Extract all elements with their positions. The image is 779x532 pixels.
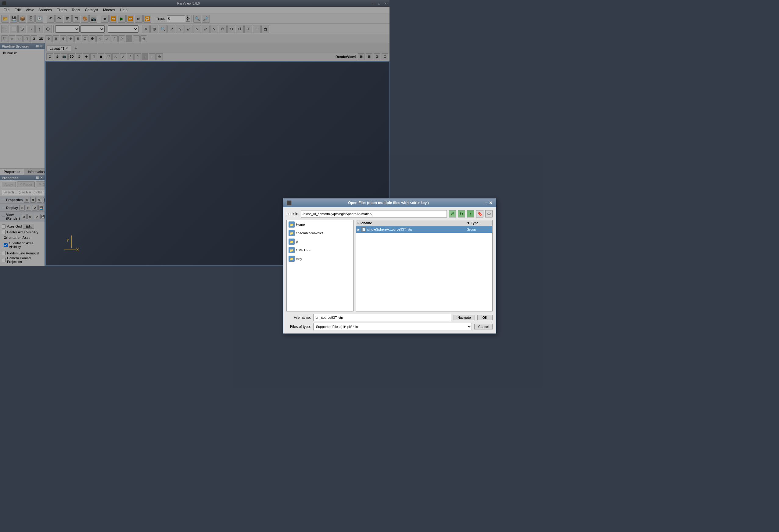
wavelet-label: ensemble-wavelet <box>296 231 323 235</box>
home-label: Home <box>296 223 305 226</box>
file-browser: 📁 Home 📁 ensemble-wavelet 📁 p 📁 OMETIFF <box>286 220 390 266</box>
ometiff-label: OMETIFF <box>296 248 310 252</box>
mky-folder-icon: 📁 <box>289 256 295 262</box>
tree-item-wavelet[interactable]: 📁 ensemble-wavelet <box>287 229 353 237</box>
ometiff-folder-icon: 📁 <box>289 247 295 253</box>
tree-item-ometiff[interactable]: 📁 OMETIFF <box>287 246 353 254</box>
tree-item-home[interactable]: 📁 Home <box>287 220 353 229</box>
file-row-0[interactable]: ▶ 📄 singleSphereA...ource93T..vtp Group <box>356 226 390 233</box>
dialog-overlay: ⬛ Open File: (open multiple files with <… <box>0 0 390 266</box>
dialog-title: Open File: (open multiple files with <ct… <box>348 201 390 205</box>
p-folder-icon: 📁 <box>289 239 295 245</box>
dialog-title-bar: ⬛ Open File: (open multiple files with <… <box>283 198 390 207</box>
wavelet-folder-icon: 📁 <box>289 230 295 236</box>
file-expand-arrow: ▶ <box>357 228 360 231</box>
look-in-row: Look in: ↺ ↻ ↑ 🔖 ⚙ <box>286 210 390 218</box>
home-folder-icon: 📁 <box>289 222 295 228</box>
p-label: p <box>296 240 298 243</box>
sidebar-tree: 📁 Home 📁 ensemble-wavelet 📁 p 📁 OMETIFF <box>286 220 354 266</box>
open-file-dialog: ⬛ Open File: (open multiple files with <… <box>283 198 390 266</box>
dialog-icon: ⬛ <box>286 200 292 205</box>
file-list: Filename ▼ Type ▶ 📄 singleSphereA...ourc… <box>356 220 390 266</box>
file-icon-0: 📄 <box>361 227 366 232</box>
dialog-body: Look in: ↺ ↻ ↑ 🔖 ⚙ 📁 Home 📁 <box>283 207 390 266</box>
file-name-0: singleSphereA...ource93T..vtp <box>367 228 390 231</box>
mky-label: mky <box>296 257 302 260</box>
file-row-name-0: ▶ 📄 singleSphereA...ource93T..vtp <box>357 227 390 232</box>
tree-item-p[interactable]: 📁 p <box>287 237 353 246</box>
look-in-label: Look in: <box>286 212 299 216</box>
look-in-input[interactable] <box>301 210 390 218</box>
filename-col-header[interactable]: Filename <box>357 221 390 225</box>
tree-item-mky[interactable]: 📁 mky <box>287 254 353 263</box>
file-list-header: Filename ▼ Type <box>356 220 390 226</box>
